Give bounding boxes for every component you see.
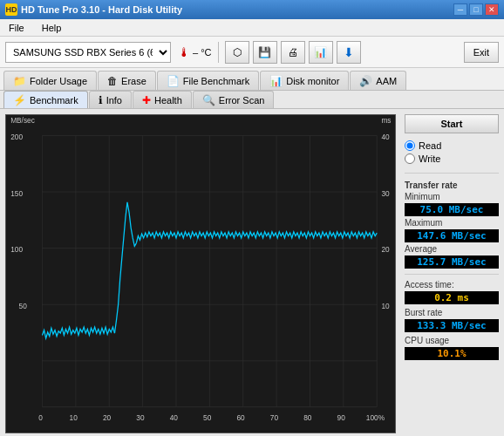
maximum-label: Maximum [405, 218, 499, 228]
toolbar: SAMSUNG SSD RBX Series 6 (64 GB) 🌡 – °C … [0, 37, 504, 68]
svg-text:30: 30 [381, 188, 389, 198]
tabs-row-1: 📁 Folder Usage 🗑 Erase 📄 File Benchmark … [0, 68, 504, 90]
svg-text:ms: ms [381, 116, 392, 126]
tab-erase-label: Erase [121, 76, 146, 86]
tab-folder-usage-label: Folder Usage [30, 76, 87, 86]
access-time-group: Access time: 0.2 ms [405, 280, 499, 304]
menu-bar: File Help [0, 19, 504, 37]
svg-text:200: 200 [10, 133, 23, 142]
transfer-rate-group: Transfer rate Minimum 75.0 MB/sec Maximu… [405, 179, 499, 269]
svg-text:70: 70 [270, 412, 278, 422]
aam-icon: 🔊 [359, 75, 372, 87]
tab-health-label: Health [154, 95, 182, 106]
thermometer-icon: 🌡 [178, 45, 190, 59]
svg-text:100: 100 [10, 245, 23, 255]
tab-info-label: Info [106, 95, 122, 106]
tab-aam-label: AAM [376, 76, 397, 86]
cpu-usage-value: 10.1% [405, 347, 499, 360]
benchmark-icon: ⚡ [13, 94, 26, 106]
svg-text:100%: 100% [366, 412, 385, 422]
write-radio[interactable] [405, 153, 415, 164]
menu-file[interactable]: File [3, 21, 30, 35]
file-icon: 📄 [167, 75, 180, 87]
close-button[interactable]: ✕ [485, 3, 499, 16]
start-button[interactable]: Start [405, 114, 499, 133]
info-icon: ℹ [99, 94, 103, 106]
error-scan-icon: 🔍 [202, 94, 215, 106]
chart-area: MB/sec 200 150 100 50 ms 40 30 20 10 0 1… [5, 114, 396, 433]
tab-health[interactable]: ✚ Health [133, 91, 192, 108]
access-time-value: 0.2 ms [405, 291, 499, 304]
toolbar-btn-4[interactable]: 📊 [309, 41, 333, 64]
minimum-label: Minimum [405, 192, 499, 201]
write-label: Write [419, 153, 440, 164]
tabs-row-2: ⚡ Benchmark ℹ Info ✚ Health 🔍 Error Scan [0, 90, 504, 108]
tab-file-benchmark[interactable]: 📄 File Benchmark [157, 71, 259, 90]
svg-text:20: 20 [381, 245, 389, 255]
svg-rect-0 [6, 115, 395, 433]
svg-text:50: 50 [19, 301, 27, 310]
tab-error-scan[interactable]: 🔍 Error Scan [193, 91, 275, 108]
toolbar-btn-2[interactable]: 💾 [253, 41, 277, 64]
tab-disk-monitor-label: Disk monitor [286, 76, 339, 86]
temperature-display: 🌡 – °C [178, 45, 212, 59]
minimize-button[interactable]: ─ [453, 3, 467, 16]
tab-error-scan-label: Error Scan [219, 95, 265, 106]
svg-text:30: 30 [136, 412, 144, 422]
tab-aam[interactable]: 🔊 AAM [350, 71, 406, 90]
toolbar-btn-5[interactable]: ⬇ [337, 41, 361, 64]
divider-2 [405, 274, 499, 275]
access-time-label: Access time: [405, 280, 499, 290]
burst-rate-group: Burst rate 133.3 MB/sec [405, 308, 499, 332]
burst-rate-value: 133.3 MB/sec [405, 319, 499, 332]
folder-icon: 📁 [13, 75, 26, 87]
svg-text:80: 80 [303, 412, 311, 422]
tab-info[interactable]: ℹ Info [89, 91, 132, 108]
svg-text:40: 40 [170, 412, 178, 422]
svg-text:10: 10 [70, 412, 78, 422]
write-radio-row: Write [405, 153, 499, 164]
tab-folder-usage[interactable]: 📁 Folder Usage [3, 71, 97, 90]
erase-icon: 🗑 [107, 75, 118, 87]
svg-text:MB/sec: MB/sec [10, 116, 35, 126]
burst-rate-label: Burst rate [405, 308, 499, 317]
temp-value: – °C [193, 47, 212, 58]
read-write-selector: Read Write [405, 140, 499, 164]
svg-text:50: 50 [203, 412, 211, 422]
svg-text:0: 0 [38, 412, 43, 422]
read-radio-row: Read [405, 140, 499, 151]
benchmark-chart: MB/sec 200 150 100 50 ms 40 30 20 10 0 1… [6, 115, 395, 433]
svg-text:60: 60 [236, 412, 244, 422]
tab-disk-monitor[interactable]: 📊 Disk monitor [260, 71, 349, 90]
title-bar-text: HD Tune Pro 3.10 - Hard Disk Utility [21, 4, 182, 15]
cpu-usage-group: CPU usage 10.1% [405, 336, 499, 360]
average-value: 125.7 MB/sec [405, 255, 499, 269]
toolbar-separator-1 [218, 42, 219, 63]
minimum-value: 75.0 MB/sec [405, 203, 499, 216]
svg-text:40: 40 [381, 133, 389, 142]
tabs-container: 📁 Folder Usage 🗑 Erase 📄 File Benchmark … [0, 68, 504, 109]
drive-selector[interactable]: SAMSUNG SSD RBX Series 6 (64 GB) [5, 42, 171, 63]
health-icon: ✚ [142, 94, 151, 106]
read-radio[interactable] [405, 140, 415, 151]
maximize-button[interactable]: □ [469, 3, 483, 16]
toolbar-btn-3[interactable]: 🖨 [281, 41, 305, 64]
title-bar: HD HD Tune Pro 3.10 - Hard Disk Utility … [0, 0, 504, 19]
monitor-icon: 📊 [269, 75, 283, 87]
toolbar-btn-1[interactable]: ⬡ [225, 41, 249, 64]
read-label: Read [419, 140, 441, 151]
right-panel: Start Read Write Transfer rate Minimum 7… [399, 109, 504, 436]
tab-benchmark[interactable]: ⚡ Benchmark [3, 91, 88, 108]
average-label: Average [405, 244, 499, 254]
tab-erase[interactable]: 🗑 Erase [98, 71, 156, 90]
svg-text:150: 150 [10, 188, 23, 198]
app-icon: HD [5, 3, 17, 16]
transfer-rate-label: Transfer rate [405, 181, 499, 190]
exit-button[interactable]: Exit [464, 42, 499, 63]
svg-text:20: 20 [103, 412, 111, 422]
menu-help[interactable]: Help [37, 21, 67, 35]
window-controls: ─ □ ✕ [453, 3, 499, 16]
divider-1 [405, 173, 499, 174]
svg-text:10: 10 [381, 301, 389, 310]
cpu-usage-label: CPU usage [405, 336, 499, 345]
